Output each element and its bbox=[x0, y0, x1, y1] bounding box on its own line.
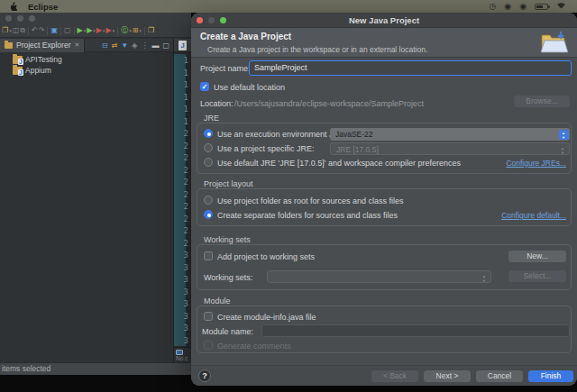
link-with-editor-icon[interactable]: ⇄ bbox=[112, 41, 118, 50]
user-switch-status-icon[interactable]: ◉ bbox=[519, 2, 527, 11]
tab-label: Project Explorer bbox=[16, 41, 70, 50]
select-working-set-button[interactable]: Select... bbox=[508, 270, 566, 282]
close-tab-icon[interactable]: ✕ bbox=[74, 41, 79, 49]
new-java-class-icon[interactable]: Ⓒ bbox=[121, 27, 128, 34]
eclipse-zoom-button[interactable] bbox=[29, 15, 35, 22]
use-default-location-checkbox[interactable]: ✓ bbox=[200, 82, 209, 91]
jre-group-label: JRE bbox=[204, 114, 219, 123]
configure-jres-link[interactable]: Configure JREs... bbox=[506, 159, 566, 168]
chevron-down-icon[interactable]: ▾ bbox=[93, 27, 96, 34]
editor-tab[interactable]: J bbox=[174, 39, 191, 52]
chevron-down-icon[interactable]: ▾ bbox=[84, 27, 87, 34]
stepper-icon: ▲▼ bbox=[558, 145, 568, 155]
working-sets-group-label: Working sets bbox=[204, 235, 251, 244]
chevron-down-icon[interactable]: ▾ bbox=[139, 27, 142, 34]
location-label: Location: bbox=[200, 99, 234, 108]
configure-default-link[interactable]: Configure default... bbox=[501, 211, 566, 220]
apple-logo-icon[interactable] bbox=[9, 1, 17, 13]
tree-item-apitesting[interactable]: J APITesting bbox=[0, 54, 173, 65]
back-button[interactable]: < Back bbox=[371, 370, 418, 382]
create-module-info-checkbox[interactable] bbox=[204, 312, 213, 321]
save-icon[interactable]: ◫ bbox=[13, 27, 20, 34]
battery-icon[interactable] bbox=[535, 4, 548, 10]
wifi-icon[interactable] bbox=[556, 2, 566, 11]
new-working-set-button[interactable]: New... bbox=[508, 251, 566, 262]
cancel-button[interactable]: Cancel bbox=[476, 370, 523, 382]
external-tools-icon[interactable]: ▶ bbox=[78, 27, 83, 34]
dialog-titlebar[interactable]: New Java Project bbox=[191, 13, 577, 28]
add-to-working-sets-label: Add project to working sets bbox=[217, 252, 315, 261]
separate-folders-radio[interactable] bbox=[204, 210, 213, 219]
wizard-title: Create a Java Project bbox=[200, 32, 291, 41]
browse-button[interactable]: Browse... bbox=[514, 96, 570, 107]
view-menu-icon[interactable]: ⋮ bbox=[141, 41, 148, 50]
project-name-label: Project name: bbox=[200, 64, 251, 73]
help-button[interactable]: ? bbox=[198, 369, 211, 382]
eclipse-statusbar: items selected bbox=[0, 362, 191, 375]
search-icon[interactable]: ▢ bbox=[64, 27, 71, 34]
project-layout-group-box bbox=[197, 188, 572, 226]
import-icon[interactable]: ❐ bbox=[148, 27, 154, 34]
coverage-icon[interactable]: ▶ bbox=[106, 27, 112, 34]
project-name-input[interactable]: SampleProject bbox=[249, 60, 572, 76]
next-button[interactable]: Next > bbox=[424, 370, 471, 382]
new-java-project-dialog: New Java Project Create a Java Project C… bbox=[191, 13, 577, 386]
console-hint-text: No c bbox=[176, 355, 191, 361]
default-jre-radio[interactable] bbox=[204, 158, 213, 167]
working-sets-label: Working sets: bbox=[204, 273, 252, 282]
undo-icon[interactable]: ↶ bbox=[32, 27, 38, 34]
toolbar-separator bbox=[74, 27, 75, 35]
exec-env-jre-select[interactable]: JavaSE-22▲▼ bbox=[330, 128, 570, 141]
redo-icon[interactable]: ↷ bbox=[39, 27, 45, 34]
eclipse-window: ❐▾ ◫ ⧉ ↶ ↷ ▣ ▢ ▶▾ ▶▾ ▶▾ ▶▾ Ⓒ▾ ⊞▾ ❐ Proje… bbox=[0, 13, 191, 375]
stepper-icon: ▲▼ bbox=[480, 273, 490, 283]
separate-folders-label: Create separate folders for sources and … bbox=[217, 211, 398, 220]
tree-item-appium[interactable]: J Appium bbox=[0, 65, 173, 76]
folder-icon bbox=[5, 42, 13, 49]
new-wizard-icon[interactable]: ❐ bbox=[2, 27, 8, 34]
project-specific-jre-radio[interactable] bbox=[204, 143, 213, 152]
working-sets-select: ▲▼ bbox=[267, 270, 491, 283]
run-icon[interactable]: ▶ bbox=[87, 27, 92, 34]
debug-icon[interactable]: ▶ bbox=[96, 27, 102, 34]
line-numbers: 111111222222222233333333 bbox=[174, 55, 188, 346]
module-name-input bbox=[261, 324, 570, 337]
screen-record-status-icon[interactable]: ◉ bbox=[504, 2, 511, 11]
project-layout-group-label: Project layout bbox=[204, 179, 253, 188]
exec-env-jre-radio[interactable] bbox=[204, 129, 213, 138]
create-module-info-label: Create module-info.java file bbox=[217, 313, 316, 322]
chevron-down-icon[interactable]: ▾ bbox=[113, 27, 115, 34]
generate-comments-checkbox bbox=[204, 341, 213, 350]
add-to-working-sets-checkbox[interactable] bbox=[204, 251, 213, 260]
eclipse-titlebar bbox=[0, 13, 191, 24]
status-text: items selected bbox=[2, 364, 50, 373]
filter-icon[interactable]: ▼ bbox=[121, 41, 128, 50]
save-all-icon[interactable]: ⧉ bbox=[20, 27, 25, 34]
stepper-icon: ▲▼ bbox=[559, 130, 569, 140]
open-perspective-icon[interactable]: ▣ bbox=[50, 27, 58, 34]
console-view-slice: No c bbox=[174, 347, 191, 362]
eclipse-close-button[interactable] bbox=[5, 15, 12, 22]
toolbar-separator bbox=[47, 27, 48, 35]
tab-project-explorer[interactable]: Project Explorer ✕ bbox=[0, 39, 85, 52]
new-java-package-icon[interactable]: ⊞ bbox=[133, 27, 139, 34]
finish-button[interactable]: Finish bbox=[528, 370, 573, 382]
chevron-down-icon[interactable]: ▾ bbox=[9, 27, 12, 34]
eclipse-minimize-button[interactable] bbox=[17, 15, 23, 22]
default-jre-label: Use default JRE 'JRE [17.0.5]' and works… bbox=[217, 159, 461, 168]
dialog-title: New Java Project bbox=[191, 15, 577, 25]
focus-icon[interactable]: ◈ bbox=[132, 41, 137, 50]
explorer-toolbar: ⊟ ⇄ ▼ ◈ ⋮ ▬ ▢ bbox=[102, 41, 173, 50]
active-app-name[interactable]: Eclipse bbox=[28, 2, 58, 12]
editor-gutter[interactable]: 111111222222222233333333 bbox=[174, 54, 192, 346]
maximize-view-icon[interactable]: ▢ bbox=[162, 41, 169, 50]
minimize-view-icon[interactable]: ▬ bbox=[151, 41, 159, 50]
chevron-down-icon[interactable]: ▾ bbox=[103, 27, 105, 34]
project-folder-root-radio[interactable] bbox=[204, 196, 213, 205]
clock-status-icon[interactable]: ◷ bbox=[489, 2, 496, 11]
toolbar-separator bbox=[60, 27, 61, 35]
collapse-all-icon[interactable]: ⊟ bbox=[102, 41, 108, 50]
tree-item-label: Appium bbox=[25, 66, 51, 75]
chevron-down-icon[interactable]: ▾ bbox=[129, 27, 132, 34]
menubar-status-icons: ◷ ◉ ◉ bbox=[489, 2, 566, 11]
